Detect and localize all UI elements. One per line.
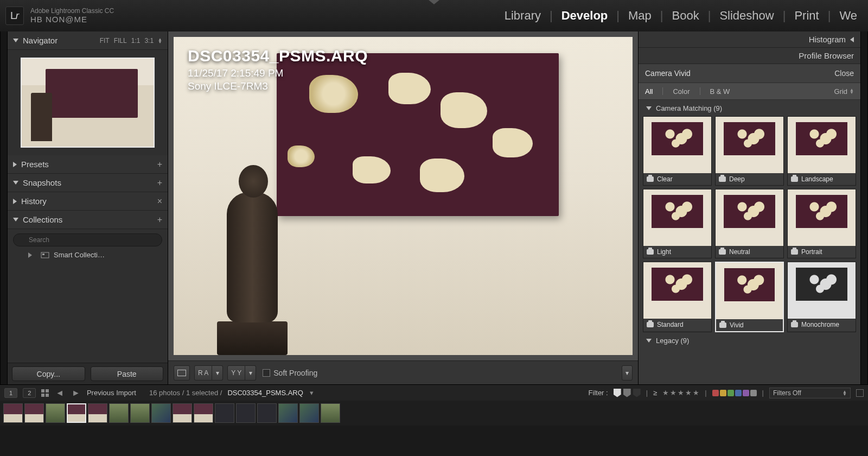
label-filter-blue[interactable] (735, 390, 742, 396)
history-title: History (21, 197, 47, 206)
toolbar-menu-button[interactable]: ▾ (622, 365, 633, 381)
filmstrip-thumb[interactable] (24, 403, 44, 423)
top-panel-handle-icon[interactable] (429, 0, 439, 4)
current-profile-name: Camera Vivid (645, 69, 691, 78)
nav-zoom-1-1[interactable]: 1:1 (131, 37, 141, 45)
source-label[interactable]: Previous Import (87, 389, 136, 397)
profile-group-camera-matching[interactable]: Camera Matching (9) (642, 100, 857, 116)
profile-neutral[interactable]: Neutral (715, 189, 784, 258)
info-overlay: DSC03354_PSMS.ARQ 11/25/17 2:15:49 PM So… (188, 47, 368, 92)
module-slideshow[interactable]: Slideshow (716, 9, 777, 23)
filmstrip-thumb[interactable] (46, 403, 65, 423)
navigator-thumbnail[interactable] (21, 58, 155, 148)
label-filter-green[interactable] (727, 390, 734, 396)
filters-off-dropdown[interactable]: Filters Off▲▼ (769, 388, 851, 398)
profile-landscape[interactable]: Landscape (787, 116, 856, 186)
filmstrip-thumb[interactable] (3, 403, 23, 423)
module-print[interactable]: Print (791, 9, 822, 23)
profile-group-legacy[interactable]: Legacy (9) (642, 332, 857, 349)
profile-label: Monochrome (801, 321, 839, 328)
rating-comparator[interactable]: ≥ (653, 389, 657, 397)
filmstrip-thumb[interactable] (67, 403, 86, 423)
histogram-header[interactable]: Histogram (639, 31, 860, 48)
label-filter-purple[interactable] (743, 390, 749, 396)
flag-picked-icon[interactable] (614, 389, 621, 397)
filmstrip-thumb[interactable] (109, 403, 129, 423)
collections-header[interactable]: Collections + (8, 211, 168, 229)
profile-clear[interactable]: Clear (643, 116, 712, 186)
smart-collections-row[interactable]: Smart Collecti… (13, 246, 162, 259)
filmstrip-thumb[interactable] (299, 403, 319, 423)
flag-rejected-icon[interactable] (633, 389, 641, 397)
module-library[interactable]: Library (501, 9, 544, 23)
presets-header[interactable]: Presets + (8, 155, 168, 174)
left-edge-handle[interactable] (0, 31, 8, 384)
nav-zoom-fit[interactable]: FIT (100, 37, 110, 45)
filmstrip-thumb[interactable] (130, 403, 150, 423)
navigator-header[interactable]: Navigator FIT FILL 1:1 3:1 ▲▼ (8, 31, 168, 50)
profile-monochrome[interactable]: Monochrome (787, 262, 856, 332)
profile-filter-all[interactable]: All (645, 87, 653, 96)
profile-vivid[interactable]: Vivid (715, 262, 784, 332)
paste-button[interactable]: Paste (91, 366, 164, 381)
module-book[interactable]: Book (669, 9, 703, 23)
zoom-stepper-icon[interactable]: ▲▼ (158, 38, 162, 43)
snapshots-header[interactable]: Snapshots + (8, 174, 168, 192)
current-file-label[interactable]: DSC03354_PSMS.ARQ (227, 389, 303, 397)
nav-next-icon[interactable]: ► (71, 388, 81, 398)
before-after-yy-button[interactable]: Y Y (227, 365, 245, 381)
nav-prev-icon[interactable]: ◄ (54, 388, 65, 398)
file-menu-icon[interactable]: ▾ (310, 389, 314, 397)
loupe-view-button[interactable] (174, 365, 190, 381)
profile-portrait[interactable]: Portrait (787, 189, 856, 258)
grid-view-icon[interactable] (41, 389, 49, 397)
filmstrip-thumb[interactable] (88, 403, 107, 423)
before-after-ra-button[interactable]: R A (194, 365, 212, 381)
profile-view-grid[interactable]: Grid (834, 87, 848, 96)
filmstrip-thumb[interactable] (321, 403, 340, 423)
profile-browser-header[interactable]: Profile Browser (639, 48, 860, 64)
label-filter-yellow[interactable] (720, 390, 726, 396)
before-after-ra-menu[interactable]: ▾ (212, 365, 223, 381)
filmstrip-thumb[interactable] (215, 403, 234, 423)
label-filter-red[interactable] (712, 390, 719, 396)
profile-filter-color[interactable]: Color (673, 87, 690, 96)
profile-deep[interactable]: Deep (715, 116, 784, 186)
filmstrip-thumb[interactable] (151, 403, 171, 423)
snapshots-add-button[interactable]: + (157, 178, 162, 188)
secondary-display-1[interactable]: 1 (4, 388, 17, 398)
history-header[interactable]: History × (8, 192, 168, 211)
nav-zoom-3-1[interactable]: 3:1 (144, 37, 154, 45)
module-web[interactable]: We (836, 9, 860, 23)
before-after-yy-menu[interactable]: ▾ (245, 365, 256, 381)
right-edge-handle[interactable] (860, 31, 868, 384)
filmstrip-thumb[interactable] (236, 403, 256, 423)
filmstrip-thumb[interactable] (257, 403, 277, 423)
rating-filter[interactable]: ★★★★★ (662, 389, 699, 397)
collections-search-input[interactable] (13, 233, 162, 246)
history-clear-button[interactable]: × (157, 197, 162, 206)
camera-icon (719, 322, 726, 328)
filmstrip-thumb[interactable] (173, 403, 192, 423)
secondary-display-2[interactable]: 2 (23, 388, 36, 398)
filmstrip-thumb[interactable] (194, 403, 213, 423)
profile-label: Neutral (729, 248, 750, 256)
profile-light[interactable]: Light (643, 189, 712, 258)
image-viewer[interactable]: DSC03354_PSMS.ARQ 11/25/17 2:15:49 PM So… (168, 31, 638, 360)
filmstrip-thumb[interactable] (278, 403, 298, 423)
filmstrip[interactable] (0, 401, 868, 426)
profile-close-button[interactable]: Close (834, 69, 854, 78)
module-develop[interactable]: Develop (558, 9, 611, 23)
flag-unflagged-icon[interactable] (623, 389, 631, 397)
profile-view-stepper-icon[interactable]: ▲▼ (850, 88, 854, 94)
label-filter-grey[interactable] (750, 390, 757, 396)
profile-standard[interactable]: Standard (643, 262, 712, 332)
copy-button[interactable]: Copy... (12, 366, 85, 381)
presets-add-button[interactable]: + (157, 160, 162, 169)
soft-proofing-checkbox[interactable] (263, 369, 270, 377)
nav-zoom-fill[interactable]: FILL (114, 37, 127, 45)
module-map[interactable]: Map (625, 9, 655, 23)
collections-add-button[interactable]: + (157, 215, 162, 225)
filter-lock-icon[interactable] (856, 389, 864, 397)
profile-filter-bw[interactable]: B & W (710, 87, 730, 96)
